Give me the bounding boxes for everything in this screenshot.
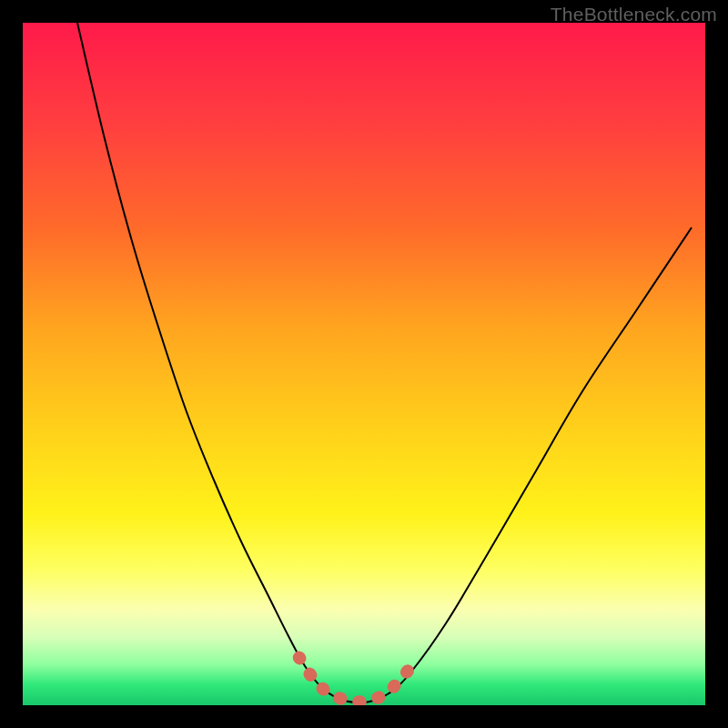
chart-svg bbox=[0, 0, 728, 728]
watermark-text: TheBottleneck.com bbox=[551, 4, 717, 25]
plot-background bbox=[23, 23, 705, 705]
bottleneck-chart: TheBottleneck.com bbox=[0, 0, 728, 728]
